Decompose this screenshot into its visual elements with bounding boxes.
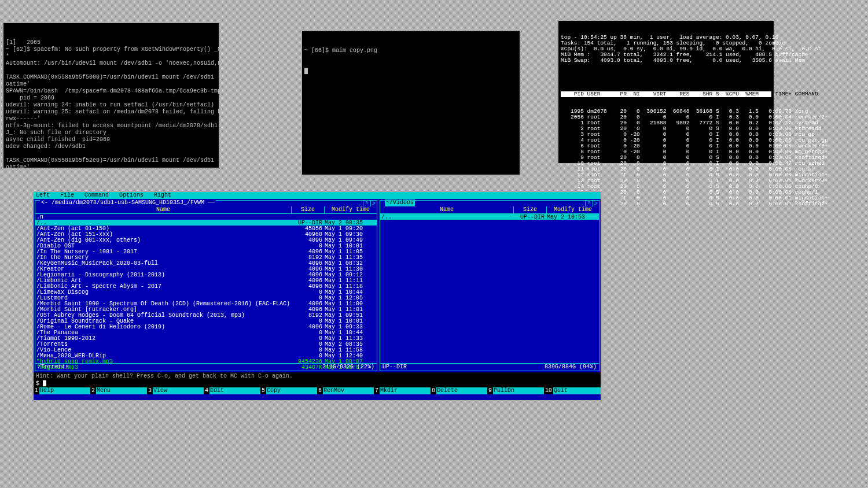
file-row[interactable]: /Kreator4096May 1 11:30 [35,266,377,272]
mc-hint: Hint: Want your plain shell? Press C-o, … [34,372,601,380]
file-row[interactable]: /In The Nursery - 1981 - 20174096May 1 1… [35,249,377,254]
fkey-3[interactable]: 3View [147,387,204,394]
top-summary: top - 10:54:25 up 38 min, 1 user, load a… [561,35,771,64]
cursor: █ [304,68,517,75]
file-row[interactable]: /Мина_2020_WEB-DLRip0May 1 12:40 [35,353,377,358]
top-header: PID USER PR NI VIRT RES SHR S %CPU %MEM … [561,91,771,97]
terminal-spacefm[interactable]: [1] 2065 ~ [62]$ spacefm: No such proper… [2,22,220,169]
file-row[interactable]: /..UP--DIRMay 2 08:35 [35,220,377,225]
terminal-output: [1] 2065 ~ [62]$ spacefm: No such proper… [6,39,216,169]
terminal-maim[interactable]: ~ [66]$ maim copy.png █ [301,30,521,176]
fkey-8[interactable]: 8Delete [431,387,487,394]
fkey-5[interactable]: 5Copy [260,387,317,394]
menu-options[interactable]: Options [119,192,144,198]
menu-left[interactable]: Left [36,192,50,198]
fkey-7[interactable]: 7Mkdir [374,387,431,394]
mc-left-status: /Torrents211G/932G (22%) [35,363,377,371]
file-row[interactable]: /Tiamat 1990-20120May 1 11:33 [35,335,377,341]
mc-left-files[interactable]: .n/..UP--DIRMay 2 08:35/Ant-Zen (act 01-… [35,214,377,370]
file-row[interactable]: /Original Soundtrack - Quake0May 1 10:01 [35,318,377,324]
fkey-6[interactable]: 6RenMov [317,387,374,394]
mc-function-keys[interactable]: 1Help2Menu3View4Edit5Copy6RenMov7Mkdir8D… [34,387,601,394]
mc-left-panel[interactable]: <- /media/dm2078/sdb1-usb-SAMSUNG_HD103S… [35,200,377,371]
mc-right-files[interactable]: /..UP--DIRMay 2 10:53 [380,214,599,220]
file-row[interactable]: /Morbid Saint [rutracker.org]4096May 1 1… [35,306,377,312]
file-row[interactable]: /Lustmord0May 1 12:05 [35,295,377,301]
panel-arrows[interactable]: .[^]> [580,201,598,208]
mc-right-status: UP--DIR839G/884G (94%) [380,363,599,371]
file-row[interactable]: /Ant-Zen (act 01-150)45056May 1 09:20 [35,225,377,231]
file-row[interactable]: .n [35,214,377,220]
file-row[interactable]: /Limbonic Art4096May 1 11:11 [35,278,377,283]
file-row[interactable]: /Morbid Saint 1990 - Spectrum Of Death (… [35,301,377,306]
mc-right-header: Name Size Modify time [380,206,599,214]
file-row[interactable]: /..UP--DIRMay 2 10:53 [380,214,599,220]
fkey-10[interactable]: 10Quit [544,387,601,394]
menu-command[interactable]: Command [84,192,109,198]
file-row[interactable]: /Ant-Zen (act 151-xxx)40960May 1 09:30 [35,231,377,237]
file-row[interactable]: /Diablo OST0May 1 10:01 [35,243,377,249]
mc-shell-prompt[interactable]: $ █ [34,380,601,387]
file-row[interactable]: /KeyGenMusic_MusicPack_2020-03-full4096M… [35,260,377,266]
terminal-prompt: ~ [66]$ maim copy.png [304,47,517,54]
fkey-4[interactable]: 4Edit [204,387,260,394]
mc-right-panel[interactable]: ~/Videos .[^]> Name Size Modify time /..… [380,200,599,371]
file-row[interactable]: /In the Nursery8192May 1 11:35 [35,254,377,260]
file-row[interactable]: /The Panacea0May 1 10:44 [35,330,377,335]
mc-right-path: ~/Videos [385,199,415,206]
fkey-9[interactable]: 9PullDn [487,387,544,394]
file-row[interactable]: /Vio-Lence0May 1 11:58 [35,347,377,353]
panel-arrows[interactable]: .[^]> [358,201,376,208]
file-row[interactable]: /Limbonic Art - Spectre Abysm - 20174096… [35,283,377,289]
fkey-2[interactable]: 2Menu [90,387,147,394]
file-row[interactable]: /Ant-Zen (dig 001-xxx, others)4096May 1 … [35,237,377,243]
menu-right[interactable]: Right [154,192,171,198]
fkey-1[interactable]: 1Help [34,387,90,394]
file-row[interactable]: /Rome - Le Ceneri di Heliodoro (2019)409… [35,324,377,330]
file-row[interactable]: /OST Aubrey Hodges - Doom 64 Official So… [35,312,377,318]
file-row[interactable]: /Limewax Discog0May 1 10:44 [35,289,377,295]
mc-menubar[interactable]: LeftFileCommandOptionsRight [34,192,601,199]
mc-left-header: Name Size Modify time [35,206,377,214]
file-row[interactable]: /Torrents0May 2 08:35 [35,341,377,347]
file-row[interactable]: /Legionarii - Discography (2011-2013)409… [35,272,377,278]
mc-left-path: <- /media/dm2078/sdb1-usb-SAMSUNG_HD103S… [40,199,216,206]
terminal-top[interactable]: top - 10:54:25 up 38 min, 1 user, load a… [557,20,775,164]
menu-file[interactable]: File [60,192,74,198]
midnight-commander[interactable]: LeftFileCommandOptionsRight <- /media/dm… [32,191,602,401]
